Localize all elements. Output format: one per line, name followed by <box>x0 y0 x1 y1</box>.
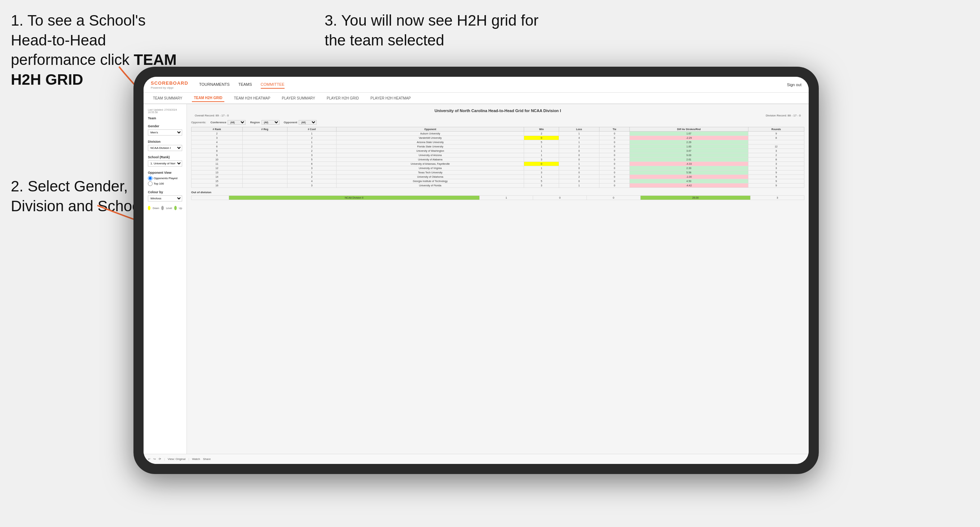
table-row: 16 3 University of Florida 3 1 0 -4.42 9 <box>191 184 804 188</box>
nav-committee[interactable]: COMMITTEE <box>261 81 285 89</box>
td-diff: 9.00 <box>630 153 748 157</box>
region-select[interactable]: (All) <box>261 120 280 125</box>
sign-out-button[interactable]: Sign out <box>787 83 802 87</box>
th-win: Win <box>524 127 559 132</box>
sidebar-opponent-view-label: Opponent View <box>148 171 182 175</box>
td-diff: 4.50 <box>630 179 748 184</box>
table-row: 6 2 Florida State University 1 2 0 1.83 … <box>191 144 804 149</box>
table-row: 14 2 University of Oklahoma 1 2 0 -1.00 … <box>191 175 804 179</box>
radio-opponents-played-input[interactable] <box>148 176 153 181</box>
sub-nav-player-h2h-grid[interactable]: PLAYER H2H GRID <box>325 95 361 102</box>
table-row: 15 4 Georgia Institute of Technology 5 0… <box>191 179 804 184</box>
td-diff: -1.00 <box>630 175 748 179</box>
td-conf: 2 <box>287 136 336 140</box>
sub-nav-team-h2h-heatmap[interactable]: TEAM H2H HEATMAP <box>232 95 272 102</box>
td-diff: 2.29 <box>630 140 748 144</box>
sidebar-colour-label: Colour by <box>148 190 182 194</box>
out-div-loss: 0 <box>533 196 587 200</box>
th-opponent: Opponent <box>337 127 524 132</box>
bottom-toolbar: ↩ ↪ ⟳ | View: Original | Watch Share <box>143 454 809 464</box>
td-opponent: University of Florida <box>337 184 524 188</box>
td-rank: 10 <box>191 157 243 162</box>
td-rounds: 9 <box>748 175 804 179</box>
conference-filter: Conference (All) <box>210 120 246 125</box>
nav-teams[interactable]: TEAMS <box>239 81 252 89</box>
td-tie: 0 <box>600 136 630 140</box>
annotation-1-text: 1. To see a School's Head-to-Head perfor… <box>11 12 146 68</box>
td-loss: 2 <box>559 144 599 149</box>
td-conf: 3 <box>287 166 336 170</box>
sub-nav-team-summary[interactable]: TEAM SUMMARY <box>151 95 185 102</box>
h2h-table: # Rank # Reg # Conf Opponent Win Loss Ti… <box>191 127 804 188</box>
logo-area: SCOREBOARD Powered by clippi <box>151 80 188 89</box>
td-rounds: 3 <box>748 162 804 166</box>
td-rank: 6 <box>191 144 243 149</box>
td-diff: 2.33 <box>630 166 748 170</box>
td-rank: 11 <box>191 162 243 166</box>
radio-top-100-input[interactable] <box>148 181 153 186</box>
toolbar-refresh[interactable]: ⟳ <box>159 457 161 461</box>
sub-nav-player-h2h-heatmap[interactable]: PLAYER H2H HEATMAP <box>368 95 413 102</box>
td-opponent: University of Washington <box>337 149 524 153</box>
td-rank: 2 <box>191 132 243 136</box>
out-div-rounds: 3 <box>751 196 804 200</box>
opponent-select[interactable]: (All) <box>299 120 317 125</box>
td-reg <box>242 140 287 144</box>
td-rank: 12 <box>191 166 243 170</box>
division-select[interactable]: NCAA Division I <box>148 145 182 151</box>
toolbar-watch[interactable]: Watch <box>192 457 200 461</box>
annotation-3-text: 3. You will now see H2H grid for the tea… <box>325 12 539 49</box>
toolbar-share[interactable]: Share <box>203 457 211 461</box>
td-win: 3 <box>524 170 559 175</box>
gender-select[interactable]: Men's <box>148 129 182 135</box>
td-loss: 0 <box>559 166 599 170</box>
td-rounds: 9 <box>748 170 804 175</box>
nav-tournaments[interactable]: TOURNAMENTS <box>199 81 230 89</box>
radio-opponents-played-label: Opponents Played <box>154 177 177 180</box>
toolbar-undo[interactable]: ↩ <box>148 457 150 461</box>
td-rounds: 9 <box>748 132 804 136</box>
td-opponent: Texas Tech University <box>337 170 524 175</box>
sidebar: Last Updated: 27/03/2024 16:55:38 Team G… <box>143 104 187 464</box>
td-reg <box>242 179 287 184</box>
toolbar-redo[interactable]: ↪ <box>153 457 156 461</box>
td-win: 1 <box>524 153 559 157</box>
sub-nav-player-summary[interactable]: PLAYER SUMMARY <box>280 95 317 102</box>
out-of-division-row: NCAA Division II 1 0 0 26.00 3 <box>191 196 804 200</box>
sub-nav: TEAM SUMMARY TEAM H2H GRID TEAM H2H HEAT… <box>143 93 809 104</box>
td-conf: 2 <box>287 175 336 179</box>
td-rounds: 3 <box>748 166 804 170</box>
td-tie: 0 <box>600 149 630 153</box>
td-rank: 4 <box>191 140 243 144</box>
td-rounds: 9 <box>748 179 804 184</box>
sidebar-division-label: Division <box>148 140 182 143</box>
th-reg: # Reg <box>242 127 287 132</box>
sidebar-team-section: Team <box>148 116 182 120</box>
td-loss: 1 <box>559 162 599 166</box>
td-opponent: University of Alabama <box>337 157 524 162</box>
td-opponent: Georgia Institute of Technology <box>337 179 524 184</box>
sidebar-opponent-view-section: Opponent View Opponents Played Top 100 <box>148 171 182 186</box>
td-tie: 0 <box>600 140 630 144</box>
out-div-diff: 26.00 <box>640 196 751 200</box>
colour-select[interactable]: Win/loss <box>148 195 182 202</box>
td-tie: 0 <box>600 157 630 162</box>
conference-select[interactable]: (All) <box>228 120 246 125</box>
td-rounds: 3 <box>748 149 804 153</box>
th-diff: Diff Av Strokes/Rnd <box>630 127 748 132</box>
school-select[interactable]: 1. University of North... <box>148 160 182 167</box>
td-rounds: 12 <box>748 144 804 149</box>
td-reg <box>242 157 287 162</box>
td-rounds: 2 <box>748 153 804 157</box>
td-win: 5 <box>524 179 559 184</box>
td-win: 3 <box>524 184 559 188</box>
td-loss: 0 <box>559 157 599 162</box>
tablet-frame: SCOREBOARD Powered by clippi TOURNAMENTS… <box>134 67 819 474</box>
toolbar-view[interactable]: View: Original <box>168 457 185 461</box>
sub-nav-team-h2h-grid[interactable]: TEAM H2H GRID <box>192 94 225 102</box>
td-opponent: University of Oklahoma <box>337 175 524 179</box>
sidebar-school-section: School (Rank) 1. University of North... <box>148 156 182 167</box>
td-tie: 0 <box>600 162 630 166</box>
nav-items: TOURNAMENTS TEAMS COMMITTEE <box>199 81 787 89</box>
tablet-screen: SCOREBOARD Powered by clippi TOURNAMENTS… <box>143 77 809 464</box>
